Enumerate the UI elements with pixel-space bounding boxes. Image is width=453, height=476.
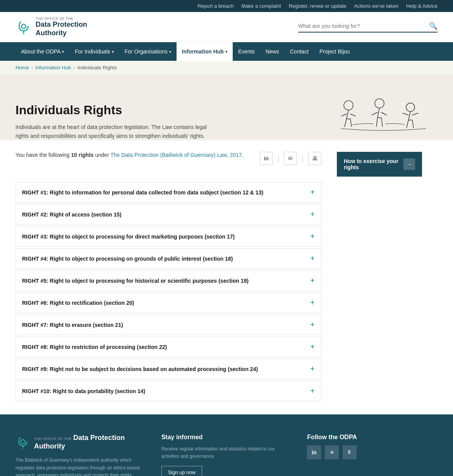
page-title: Individuals Rights xyxy=(15,103,217,117)
accordion-title-right-4: RIGHT #4: Right to object to processing … xyxy=(22,256,310,262)
utility-link-report-breach[interactable]: Report a breach xyxy=(198,3,234,9)
nav-item-about-odpa[interactable]: About the ODPA ▾ xyxy=(15,42,69,61)
social-icons: in ☀ 🎙 xyxy=(307,445,438,459)
accordion-header-right-3[interactable]: RIGHT #3: Right to object to processing … xyxy=(16,227,321,246)
accordion-title-right-2: RIGHT #2: Right of access (section 15) xyxy=(22,211,310,218)
for-organisations-chevron-icon: ▾ xyxy=(169,50,171,54)
accordion-header-right-4[interactable]: RIGHT #4: Right to object to processing … xyxy=(16,249,321,268)
logo-area[interactable]: THE OFFICE OF THE Data ProtectionAuthori… xyxy=(15,17,87,37)
svg-point-2 xyxy=(375,99,384,108)
accordion-plus-icon-right-7: + xyxy=(310,320,315,329)
nav-item-project-bijou[interactable]: Project Bijou xyxy=(314,42,355,61)
footer-logo-text: THE OFFICE OF THE Data ProtectionAuthori… xyxy=(34,434,125,450)
main-nav: About the ODPA ▾For Individuals ▾For Org… xyxy=(0,42,453,61)
footer-description: The Bailiwick of Guernsey's independent … xyxy=(15,457,146,476)
hero-text: Individuals Rights Individuals are at th… xyxy=(15,103,217,140)
footer-logo-area: THE OFFICE OF THE Data ProtectionAuthori… xyxy=(15,434,146,450)
accordion-header-right-5[interactable]: RIGHT #5: Right to object to processing … xyxy=(16,271,321,290)
svg-point-3 xyxy=(406,103,415,112)
accordion-title-right-10: RIGHT #10: Right to data portability (se… xyxy=(22,388,310,394)
accordion: RIGHT #1: Right to information for perso… xyxy=(15,182,321,401)
social-share: in | ✉ | 🖶 xyxy=(260,152,321,165)
svg-point-1 xyxy=(344,101,353,110)
search-area[interactable]: 🔍 xyxy=(298,22,438,33)
nav-item-contact[interactable]: Contact xyxy=(285,42,314,61)
linkedin-share-button[interactable]: in xyxy=(260,152,273,165)
breadcrumb-separator: › xyxy=(74,65,75,70)
accordion-title-right-8: RIGHT #8: Right to restriction of proces… xyxy=(22,344,310,350)
accordion-item-right-8: RIGHT #8: Right to restriction of proces… xyxy=(15,337,321,357)
accordion-item-right-9: RIGHT #9: Right not to be subject to dec… xyxy=(15,359,321,379)
sign-up-button[interactable]: Sign up now xyxy=(161,466,202,476)
accordion-item-right-5: RIGHT #5: Right to object to processing … xyxy=(15,270,321,291)
accordion-item-right-10: RIGHT #10: Right to data portability (se… xyxy=(15,381,321,401)
soundcloud-follow-button[interactable]: ☀ xyxy=(325,445,339,459)
hero-section: Individuals Rights Individuals are at th… xyxy=(0,74,453,140)
print-button[interactable]: 🖶 xyxy=(308,152,321,165)
breadcrumb-current: Individuals Rights xyxy=(77,65,117,70)
footer-logo-icon xyxy=(15,435,30,450)
breadcrumb-separator: › xyxy=(31,65,33,70)
footer-dpa-name: Data ProtectionAuthority xyxy=(34,434,125,450)
hero-illustration xyxy=(329,90,438,140)
follow-title: Follow the ODPA xyxy=(307,434,438,441)
footer-main: THE OFFICE OF THE Data ProtectionAuthori… xyxy=(0,414,453,476)
accordion-item-right-3: RIGHT #3: Right to object to processing … xyxy=(15,226,321,247)
utility-link-help-advice[interactable]: Help & Advice xyxy=(406,3,438,9)
accordion-header-right-1[interactable]: RIGHT #1: Right to information for perso… xyxy=(16,182,321,202)
nav-item-events[interactable]: Events xyxy=(233,42,260,61)
logo-office-label: THE OFFICE OF THE xyxy=(36,17,87,21)
logo-icon xyxy=(15,19,32,35)
cta-arrow-icon: → xyxy=(403,158,415,170)
breadcrumb: Home›Information Hub›Individuals Rights xyxy=(0,61,453,74)
accordion-header-right-8[interactable]: RIGHT #8: Right to restriction of proces… xyxy=(16,337,321,357)
intro-end: . xyxy=(242,152,243,158)
accordion-title-right-9: RIGHT #9: Right not to be subject to dec… xyxy=(22,366,310,372)
utility-bar: Report a breachMake a complaintRegister,… xyxy=(0,0,453,12)
nav-item-news[interactable]: News xyxy=(260,42,285,61)
accordion-header-right-2[interactable]: RIGHT #2: Right of access (section 15)+ xyxy=(16,204,321,224)
logo-dpa-name: Data ProtectionAuthority xyxy=(36,21,87,37)
search-input[interactable] xyxy=(298,23,429,29)
stay-informed-text: Receive regular information and statisti… xyxy=(161,445,292,460)
accordion-title-right-3: RIGHT #3: Right to object to processing … xyxy=(22,234,310,240)
law-link[interactable]: The Data Protection (Bailiwick of Guerns… xyxy=(110,152,242,158)
accordion-plus-icon-right-8: + xyxy=(310,342,315,351)
nav-item-information-hub[interactable]: Information Hub ▾ xyxy=(177,42,233,61)
utility-link-actions-taken[interactable]: Actions we've taken xyxy=(354,3,399,9)
cta-label: How to exercise your rights xyxy=(344,158,403,170)
accordion-item-right-4: RIGHT #4: Right to object to processing … xyxy=(15,248,321,269)
nav-item-for-individuals[interactable]: For Individuals ▾ xyxy=(69,42,119,61)
podcast-follow-button[interactable]: 🎙 xyxy=(343,445,357,459)
accordion-title-right-7: RIGHT #7: Right to erasure (section 21) xyxy=(22,322,310,328)
breadcrumb-link-home[interactable]: Home xyxy=(15,65,29,70)
intro-text-after: under xyxy=(94,152,110,158)
accordion-header-right-7[interactable]: RIGHT #7: Right to erasure (section 21)+ xyxy=(16,315,321,335)
email-share-button[interactable]: ✉ xyxy=(284,152,297,165)
accordion-item-right-6: RIGHT #6: Right to rectification (sectio… xyxy=(15,292,321,313)
accordion-item-right-2: RIGHT #2: Right of access (section 15)+ xyxy=(15,204,321,225)
accordion-header-right-9[interactable]: RIGHT #9: Right not to be subject to dec… xyxy=(16,359,321,379)
breadcrumb-link-information-hub[interactable]: Information Hub xyxy=(35,65,71,70)
exercise-rights-cta[interactable]: How to exercise your rights → xyxy=(337,152,422,177)
utility-link-register-renew[interactable]: Register, renew or update xyxy=(289,3,347,9)
main-content: You have the following 10 rights under T… xyxy=(0,140,453,414)
accordion-title-right-1: RIGHT #1: Right to information for perso… xyxy=(22,189,310,196)
accordion-header-right-6[interactable]: RIGHT #6: Right to rectification (sectio… xyxy=(16,293,321,313)
logo-text: THE OFFICE OF THE Data ProtectionAuthori… xyxy=(36,17,87,37)
accordion-plus-icon-right-2: + xyxy=(310,210,315,219)
footer-col-stay-informed: Stay informed Receive regular informatio… xyxy=(161,434,292,476)
accordion-plus-icon-right-5: + xyxy=(310,276,315,285)
accordion-title-right-6: RIGHT #6: Right to rectification (sectio… xyxy=(22,300,310,306)
accordion-header-right-10[interactable]: RIGHT #10: Right to data portability (se… xyxy=(16,381,321,401)
accordion-plus-icon-right-3: + xyxy=(310,232,315,241)
stay-informed-title: Stay informed xyxy=(161,434,292,441)
search-button[interactable]: 🔍 xyxy=(429,22,438,30)
accordion-plus-icon-right-10: + xyxy=(310,387,315,395)
utility-link-make-complaint[interactable]: Make a complaint xyxy=(242,3,281,9)
content-left: You have the following 10 rights under T… xyxy=(15,152,321,403)
nav-item-for-organisations[interactable]: For Organisations ▾ xyxy=(119,42,177,61)
accordion-item-right-1: RIGHT #1: Right to information for perso… xyxy=(15,182,321,203)
linkedin-follow-button[interactable]: in xyxy=(307,445,321,459)
rights-intro: You have the following 10 rights under T… xyxy=(15,152,243,158)
